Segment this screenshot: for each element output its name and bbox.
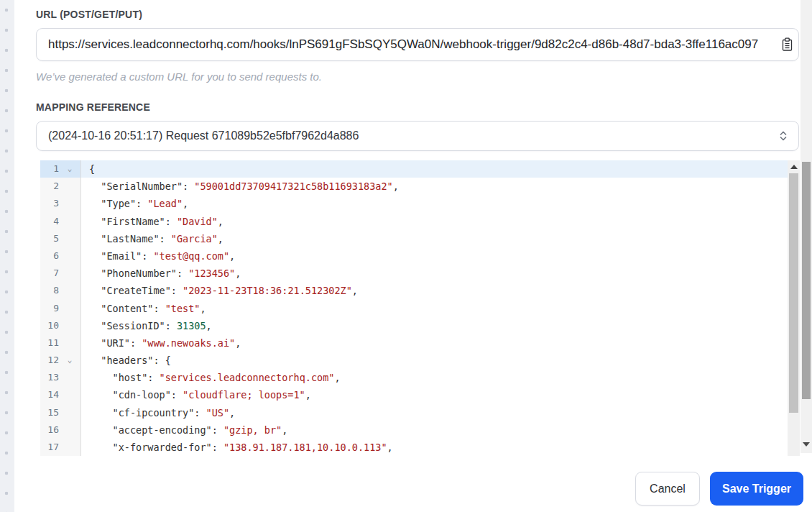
line-number: 13 (40, 369, 59, 386)
gutter-cell: 13 (40, 369, 81, 386)
gutter-cell: 16 (40, 421, 81, 439)
gutter-cell: 3 (40, 195, 81, 212)
code-line[interactable]: 13 "host": "services.leadconnectorhq.com… (40, 369, 788, 386)
gutter-cell: 10 (40, 317, 81, 334)
mapping-reference-label: MAPPING REFERENCE (36, 101, 801, 113)
scroll-up-arrow-icon[interactable] (788, 160, 800, 173)
code-line[interactable]: 2 "SerialNumber": "59001dd73709417321c58… (40, 178, 788, 195)
code-text: "host": "services.leadconnectorhq.com", (81, 369, 788, 386)
code-lines: 1⌄{2 "SerialNumber": "59001dd73709417321… (40, 160, 788, 456)
gutter-cell: 15 (40, 404, 81, 421)
code-line[interactable]: 3 "Type": "Lead", (40, 195, 788, 212)
code-text: "Email": "test@qq.com", (81, 247, 788, 265)
code-text: "URI": "www.newoaks.ai", (81, 334, 788, 352)
code-text: "accept-encoding": "gzip, br", (81, 421, 788, 439)
line-number: 4 (40, 213, 59, 230)
gutter-cell: 7 (40, 265, 81, 282)
code-line[interactable]: 1⌄{ (40, 160, 788, 178)
gutter-cell: 5 (40, 230, 81, 247)
url-field-label: URL (POST/GET/PUT) (36, 9, 801, 20)
save-trigger-button[interactable]: Save Trigger (710, 472, 803, 506)
code-text: "headers": { (81, 352, 788, 369)
line-number: 5 (40, 230, 59, 247)
mapping-reference-selected-value: (2024-10-16 20:51:17) Request 671089b52e… (37, 129, 778, 142)
line-number: 9 (40, 300, 59, 317)
code-text: "LastName": "Garcia", (81, 230, 788, 247)
webhook-url-input[interactable]: https://services.leadconnectorhq.com/hoo… (36, 28, 799, 61)
line-number: 12 (40, 352, 59, 369)
gutter-cell: 6 (40, 247, 81, 265)
code-line[interactable]: 12⌄ "headers": { (40, 352, 788, 369)
code-line[interactable]: 4 "FirstName": "David", (40, 213, 788, 230)
code-text: "cf-ipcountry": "US", (81, 404, 788, 421)
line-number: 6 (40, 247, 59, 265)
code-line[interactable]: 7 "PhoneNumber": "123456", (40, 265, 788, 282)
code-line[interactable]: 5 "LastName": "Garcia", (40, 230, 788, 247)
mapping-reference-select[interactable]: (2024-10-16 20:51:17) Request 671089b52e… (36, 121, 799, 151)
gutter-cell: 2 (40, 178, 81, 195)
panel-scrollbar[interactable] (801, 0, 812, 453)
line-number: 8 (40, 282, 59, 299)
scroll-down-arrow-icon[interactable] (801, 437, 812, 452)
code-text: "x-forwarded-for": "138.91.187.181,10.10… (81, 439, 788, 456)
line-number: 7 (40, 265, 59, 282)
code-line[interactable]: 8 "CreateTime": "2023-11-23T18:36:21.512… (40, 282, 788, 299)
url-helper-text: We’ve generated a custom URL for you to … (36, 70, 801, 83)
footer-actions: Cancel Save Trigger (635, 472, 803, 506)
dotted-edge-decoration (0, 0, 14, 512)
up-down-chevron-icon (778, 129, 788, 143)
gutter-cell: 9 (40, 300, 81, 317)
editor-scrollbar[interactable] (788, 160, 800, 456)
clipboard-icon (781, 37, 793, 52)
line-number: 2 (40, 178, 59, 195)
code-text: "SessionID": 31305, (81, 317, 788, 334)
code-text: "PhoneNumber": "123456", (81, 265, 788, 282)
webhook-trigger-panel: URL (POST/GET/PUT) https://services.lead… (0, 0, 812, 512)
gutter-cell: 1⌄ (40, 160, 81, 178)
line-number: 3 (40, 195, 59, 212)
code-line[interactable]: 10 "SessionID": 31305, (40, 317, 788, 334)
code-line[interactable]: 11 "URI": "www.newoaks.ai", (40, 334, 788, 352)
gutter-cell: 12⌄ (40, 352, 81, 369)
fold-toggle-icon[interactable]: ⌄ (59, 357, 80, 364)
line-number: 14 (40, 386, 59, 403)
gutter-cell: 17 (40, 439, 81, 456)
code-line[interactable]: 17 "x-forwarded-for": "138.91.187.181,10… (40, 439, 788, 456)
gutter-cell: 4 (40, 213, 81, 230)
webhook-url-value[interactable]: https://services.leadconnectorhq.com/hoo… (37, 37, 778, 52)
line-number: 17 (40, 439, 59, 456)
panel-scrollbar-thumb[interactable] (802, 162, 811, 399)
gutter-cell: 8 (40, 282, 81, 299)
code-text: "CreateTime": "2023-11-23T18:36:21.51230… (81, 282, 788, 299)
code-line[interactable]: 16 "accept-encoding": "gzip, br", (40, 421, 788, 439)
code-text: "SerialNumber": "59001dd73709417321c58b1… (81, 178, 788, 195)
code-text: "FirstName": "David", (81, 213, 788, 230)
code-line[interactable]: 6 "Email": "test@qq.com", (40, 247, 788, 265)
gutter-cell: 14 (40, 386, 81, 403)
line-number: 1 (40, 160, 59, 178)
line-number: 10 (40, 317, 59, 334)
copy-url-button[interactable] (778, 36, 795, 53)
line-number: 15 (40, 404, 59, 421)
editor-scrollbar-thumb[interactable] (789, 173, 798, 413)
code-text: "Content": "test", (81, 300, 788, 317)
json-payload-editor[interactable]: 1⌄{2 "SerialNumber": "59001dd73709417321… (40, 160, 800, 456)
line-number: 11 (40, 334, 59, 352)
line-number: 16 (40, 421, 59, 439)
code-line[interactable]: 15 "cf-ipcountry": "US", (40, 404, 788, 421)
code-text: "cdn-loop": "cloudflare; loops=1", (81, 386, 788, 403)
panel-body: URL (POST/GET/PUT) https://services.lead… (14, 0, 801, 456)
fold-toggle-icon[interactable]: ⌄ (59, 165, 80, 173)
code-line[interactable]: 14 "cdn-loop": "cloudflare; loops=1", (40, 386, 788, 403)
code-text: { (81, 160, 788, 178)
gutter-cell: 11 (40, 334, 81, 352)
code-text: "Type": "Lead", (81, 195, 788, 212)
code-line[interactable]: 9 "Content": "test", (40, 300, 788, 317)
cancel-button[interactable]: Cancel (635, 472, 700, 506)
